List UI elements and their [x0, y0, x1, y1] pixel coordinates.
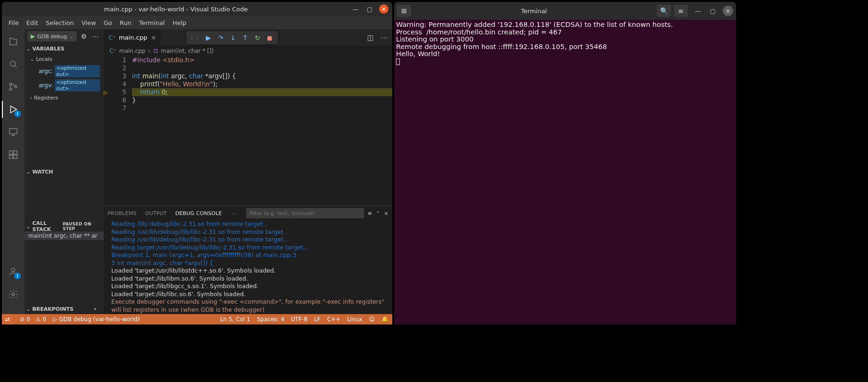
- status-position[interactable]: Ln 5, Col 1: [220, 316, 250, 323]
- var-name: argc:: [39, 68, 53, 75]
- restart-button[interactable]: ↻: [252, 33, 263, 43]
- vscode-titlebar[interactable]: main.cpp - var-hello-world - Visual Stud…: [2, 2, 392, 16]
- remote-explorer-icon[interactable]: [7, 125, 20, 139]
- code-line[interactable]: return 0;: [132, 88, 392, 96]
- menu-run[interactable]: Run: [116, 19, 135, 26]
- code-line[interactable]: printf("Hello, World!\n");: [132, 80, 392, 88]
- console-line: Loaded 'target:/usr/lib/libstdc++.so.6'.…: [111, 267, 385, 275]
- breakpoints-section[interactable]: ⌄BREAKPOINTS›: [25, 304, 104, 314]
- run-debug-icon[interactable]: 1: [7, 103, 20, 116]
- panel-tab-problems[interactable]: PROBLEMS: [107, 210, 137, 216]
- debug-badge: 1: [14, 110, 21, 117]
- variables-section[interactable]: ⌄VARIABLES: [25, 43, 104, 54]
- status-eol[interactable]: LF: [314, 316, 321, 323]
- crumb-symbol[interactable]: main(int, char * []): [161, 48, 214, 54]
- terminal-close-button[interactable]: ✕: [723, 6, 733, 16]
- svg-rect-4: [9, 129, 17, 134]
- stop-button[interactable]: ◼: [265, 33, 275, 43]
- panel-close-icon[interactable]: ×: [384, 210, 389, 216]
- registers-section[interactable]: ›Registers: [25, 92, 104, 103]
- menu-go[interactable]: Go: [100, 19, 116, 26]
- breadcrumbs[interactable]: C⁺ main.cpp › ⊡ main(int, char * []): [104, 46, 392, 56]
- configure-gear-icon[interactable]: ⚙: [79, 33, 89, 40]
- debug-console-filter[interactable]: [246, 208, 364, 218]
- locals-label: Locals: [36, 56, 52, 62]
- variable-row[interactable]: argc: <optimized out>: [25, 64, 104, 78]
- terminal-menu-button[interactable]: ≡: [674, 5, 688, 17]
- settings-gear-icon[interactable]: [7, 288, 20, 301]
- status-debug[interactable]: ▷GDB debug (var-hello-world): [53, 316, 140, 323]
- menu-terminal[interactable]: Terminal: [135, 19, 169, 26]
- terminal-search-button[interactable]: 🔍: [657, 5, 671, 17]
- debug-toolbar[interactable]: ⋮⋮ ▶ ↷ ↓ ↑ ↻ ◼: [186, 31, 278, 44]
- menu-help[interactable]: Help: [169, 19, 190, 26]
- locals-section[interactable]: ⌄Locals: [25, 54, 104, 64]
- run-config-select[interactable]: ▶ GDB debug ⌄: [27, 31, 77, 42]
- source-control-icon[interactable]: [7, 80, 20, 93]
- terminal-line: Warning: Permanently added '192.168.0.11…: [396, 21, 734, 29]
- step-out-button[interactable]: ↑: [240, 33, 250, 43]
- console-line: Reading /usr/lib/debug//lib/libc-2.31.so…: [111, 228, 385, 236]
- callstack-status: PAUSED ON STEP: [63, 222, 100, 231]
- terminal-titlebar[interactable]: ⊞ Terminal 🔍 ≡ — ▢ ✕: [394, 2, 736, 20]
- terminal-body[interactable]: Warning: Permanently added '192.168.0.11…: [394, 20, 736, 324]
- search-icon[interactable]: [7, 58, 20, 71]
- code-line[interactable]: }: [132, 96, 392, 104]
- panel-view-icon[interactable]: ≡: [368, 210, 372, 216]
- remote-indicator[interactable]: ⇄: [2, 314, 13, 324]
- status-spaces[interactable]: Spaces: 4: [257, 316, 284, 323]
- minimize-button[interactable]: —: [351, 4, 360, 14]
- code-line[interactable]: #include <stdio.h>: [132, 56, 392, 64]
- code-line[interactable]: [132, 104, 392, 112]
- crumb-file[interactable]: main.cpp: [119, 48, 146, 54]
- status-encoding[interactable]: UTF-8: [291, 316, 307, 323]
- step-into-button[interactable]: ↓: [228, 33, 238, 43]
- editor-more-icon[interactable]: ⋯: [380, 33, 388, 42]
- tab-close-icon[interactable]: ×: [151, 34, 156, 41]
- editor-actions: ◫ ⋯: [367, 29, 392, 46]
- console-line: Loaded 'target:/lib/libc.so.6'. Symbols …: [111, 291, 385, 299]
- debug-icon: ▷: [53, 316, 57, 323]
- panel-tab-debug-console[interactable]: DEBUG CONSOLE: [175, 210, 222, 216]
- close-button[interactable]: ✕: [379, 4, 389, 14]
- continue-button[interactable]: ▶: [203, 33, 214, 43]
- tab-main-cpp[interactable]: C⁺ main.cpp ×: [104, 29, 161, 46]
- terminal-maximize-button[interactable]: ▢: [708, 6, 718, 16]
- code-line[interactable]: int main(int argc, char *argv[]) {: [132, 72, 392, 80]
- panel-more-icon[interactable]: ⋯: [232, 210, 238, 216]
- menu-view[interactable]: View: [78, 19, 100, 26]
- callstack-section[interactable]: ⌄CALL STACKPAUSED ON STEP: [25, 221, 104, 232]
- variable-row[interactable]: argv: <optimized out>: [25, 78, 104, 92]
- code-line[interactable]: [132, 64, 392, 72]
- chevron-right-icon[interactable]: ›: [94, 306, 100, 312]
- status-os[interactable]: Linux: [347, 316, 362, 323]
- svg-rect-6: [14, 151, 17, 154]
- maximize-button[interactable]: ▢: [365, 4, 374, 14]
- terminal-window: ⊞ Terminal 🔍 ≡ — ▢ ✕ Warning: Permanentl…: [394, 2, 736, 324]
- new-tab-button[interactable]: ⊞: [397, 5, 411, 17]
- run-config-label: GDB debug: [37, 33, 67, 40]
- split-editor-icon[interactable]: ◫: [367, 33, 374, 42]
- menu-file[interactable]: File: [5, 19, 23, 26]
- panel-maximize-icon[interactable]: ⌃: [376, 210, 380, 216]
- menu-selection[interactable]: Selection: [42, 19, 78, 26]
- errors-item[interactable]: ⊘0 ⚠0: [20, 316, 46, 323]
- status-language[interactable]: C++: [327, 316, 341, 323]
- svg-point-9: [11, 268, 15, 272]
- accounts-icon[interactable]: 1: [7, 265, 20, 278]
- more-icon[interactable]: ⋯: [91, 33, 101, 40]
- terminal-minimize-button[interactable]: —: [693, 6, 703, 16]
- panel-tab-output[interactable]: OUTPUT: [145, 210, 167, 216]
- code-editor[interactable]: ▷ 1234567 #include <stdio.h>int main(int…: [104, 56, 392, 206]
- debug-console-output[interactable]: Reading /lib/.debug/libc-2.31.so from re…: [104, 220, 392, 314]
- drag-handle-icon[interactable]: ⋮⋮: [189, 34, 200, 41]
- notifications-icon[interactable]: 🔔: [381, 316, 389, 323]
- explorer-icon[interactable]: [7, 35, 20, 48]
- menu-edit[interactable]: Edit: [23, 19, 42, 26]
- step-over-button[interactable]: ↷: [215, 33, 226, 43]
- extensions-icon[interactable]: [7, 148, 20, 161]
- feedback-icon[interactable]: ☺: [369, 316, 375, 323]
- watch-section[interactable]: ⌄WATCH: [25, 166, 104, 177]
- statusbar: ⇄ ⊘0 ⚠0 ▷GDB debug (var-hello-world) Ln …: [2, 314, 392, 324]
- callstack-row[interactable]: main(int argc, char ** ar: [25, 232, 104, 240]
